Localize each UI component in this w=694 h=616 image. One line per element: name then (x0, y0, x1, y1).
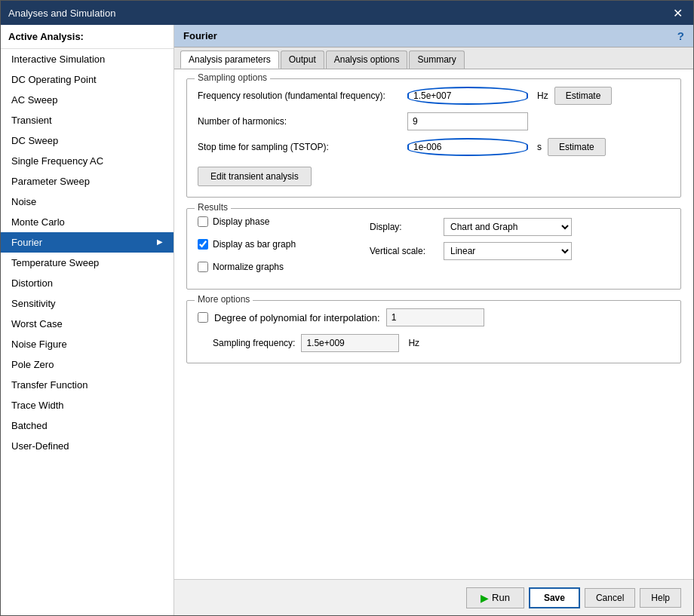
tabs-bar: Analysis parametersOutputAnalysis option… (174, 48, 693, 69)
stop-time-row: Stop time for sampling (TSTOP): s Estima… (198, 138, 670, 156)
harmonics-row: Number of harmonics: (198, 112, 670, 130)
window-title: Analyses and Simulation (8, 8, 115, 19)
sidebar-item-sensitivity[interactable]: Sensitivity (1, 293, 174, 314)
footer-bar: ▶ Run Save Cancel Help (174, 579, 693, 615)
sampling-freq-unit: Hz (408, 338, 419, 348)
results-section: Results Display phase Display as bar gra… (186, 208, 681, 290)
more-options-section: More options Degree of polynomial for in… (186, 300, 681, 363)
sampling-freq-input[interactable] (301, 334, 399, 352)
harmonics-input[interactable] (407, 112, 528, 130)
help-button[interactable]: Help (640, 588, 681, 608)
sidebar-item-pole-zero[interactable]: Pole Zero (1, 354, 174, 375)
cancel-button[interactable]: Cancel (585, 588, 635, 608)
sampling-freq-label: Sampling frequency: (213, 338, 295, 348)
title-bar: Analyses and Simulation ✕ (1, 1, 693, 25)
stop-time-label: Stop time for sampling (TSTOP): (198, 142, 401, 152)
stop-time-input[interactable] (407, 138, 528, 156)
display-label: Display: (370, 222, 438, 232)
sidebar-item-noise-figure[interactable]: Noise Figure (1, 334, 174, 354)
polynomial-row: Degree of polynomial for interpolation: (198, 308, 670, 326)
display-phase-row: Display phase (198, 216, 364, 227)
sidebar-item-dc-sweep[interactable]: DC Sweep (1, 130, 174, 151)
tab-2[interactable]: Analysis options (326, 51, 408, 69)
tab-1[interactable]: Output (281, 51, 324, 69)
freq-label: Frequency resolution (fundamental freque… (198, 90, 401, 101)
run-label: Run (492, 592, 510, 603)
sidebar-item-noise[interactable]: Noise (1, 192, 174, 212)
sidebar-item-dc-operating-point[interactable]: DC Operating Point (1, 69, 174, 90)
sidebar-item-temperature-sweep[interactable]: Temperature Sweep (1, 253, 174, 273)
sampling-freq-row: Sampling frequency: Hz (198, 334, 670, 352)
sidebar: Active Analysis: Interactive SimulationD… (1, 25, 174, 615)
vertical-select[interactable]: Linear Logarithmic dB (444, 242, 572, 260)
sidebar-item-transfer-function[interactable]: Transfer Function (1, 375, 174, 395)
run-button[interactable]: ▶ Run (466, 587, 524, 608)
sidebar-item-ac-sweep[interactable]: AC Sweep (1, 90, 174, 110)
sidebar-item-single-frequency-ac[interactable]: Single Frequency AC (1, 151, 174, 171)
display-select[interactable]: Chart and Graph Chart only Graph only (444, 218, 572, 236)
sidebar-item-trace-width[interactable]: Trace Width (1, 395, 174, 415)
estimate-button-2[interactable]: Estimate (548, 138, 606, 156)
close-button[interactable]: ✕ (670, 6, 686, 20)
sidebar-item-distortion[interactable]: Distortion (1, 273, 174, 293)
tab-0[interactable]: Analysis parameters (180, 51, 279, 69)
normalize-checkbox[interactable] (198, 262, 208, 272)
sidebar-item-transient[interactable]: Transient (1, 110, 174, 130)
sampling-section: Sampling options Frequency resolution (f… (186, 78, 681, 198)
more-options-label: More options (195, 294, 253, 305)
content-area: Active Analysis: Interactive SimulationD… (1, 25, 693, 615)
vertical-label: Vertical scale: (370, 246, 438, 256)
display-phase-label[interactable]: Display phase (213, 216, 269, 227)
polynomial-checkbox[interactable] (198, 312, 208, 323)
display-bar-row: Display as bar graph (198, 239, 364, 250)
freq-unit: Hz (537, 90, 548, 101)
estimate-button-1[interactable]: Estimate (554, 87, 613, 105)
freq-row: Frequency resolution (fundamental freque… (198, 87, 670, 105)
vertical-select-row: Vertical scale: Linear Logarithmic dB (370, 242, 670, 260)
more-options-grid: Degree of polynomial for interpolation: … (198, 308, 670, 352)
sidebar-item-monte-carlo[interactable]: Monte Carlo (1, 212, 174, 232)
polynomial-label[interactable]: Degree of polynomial for interpolation: (214, 312, 380, 323)
sampling-section-label: Sampling options (195, 72, 270, 83)
sidebar-item-batched[interactable]: Batched (1, 415, 174, 436)
tab-3[interactable]: Summary (409, 51, 464, 69)
harmonics-label: Number of harmonics: (198, 116, 401, 127)
results-left: Display phase Display as bar graph Norma… (198, 216, 364, 278)
panel-body: Sampling options Frequency resolution (f… (174, 69, 693, 579)
stop-time-unit: s (537, 142, 542, 152)
main-panel: Fourier ? Analysis parametersOutputAnaly… (174, 25, 693, 615)
sidebar-item-parameter-sweep[interactable]: Parameter Sweep (1, 171, 174, 192)
display-phase-checkbox[interactable] (198, 216, 208, 227)
sidebar-item-fourier[interactable]: Fourier (1, 232, 174, 253)
normalize-label[interactable]: Normalize graphs (213, 262, 284, 272)
display-bar-label[interactable]: Display as bar graph (213, 239, 296, 250)
main-window: Analyses and Simulation ✕ Active Analysi… (0, 0, 694, 616)
display-select-row: Display: Chart and Graph Chart only Grap… (370, 218, 670, 236)
freq-input[interactable] (407, 87, 528, 105)
panel-title: Fourier (183, 30, 217, 41)
panel-header: Fourier ? (174, 25, 693, 48)
save-button[interactable]: Save (529, 587, 580, 608)
panel-help-icon[interactable]: ? (677, 29, 684, 42)
edit-transient-button[interactable]: Edit transient analysis (198, 167, 312, 186)
polynomial-input[interactable] (386, 308, 484, 326)
normalize-row: Normalize graphs (198, 262, 364, 272)
sidebar-item-user-defined[interactable]: User-Defined (1, 436, 174, 456)
results-grid: Display phase Display as bar graph Norma… (198, 216, 670, 278)
results-section-label: Results (195, 202, 231, 213)
sidebar-header: Active Analysis: (1, 25, 174, 49)
results-right: Display: Chart and Graph Chart only Grap… (370, 216, 670, 278)
run-icon: ▶ (481, 592, 489, 604)
sidebar-item-worst-case[interactable]: Worst Case (1, 314, 174, 334)
display-bar-checkbox[interactable] (198, 239, 208, 250)
sidebar-item-interactive-simulation[interactable]: Interactive Simulation (1, 49, 174, 69)
